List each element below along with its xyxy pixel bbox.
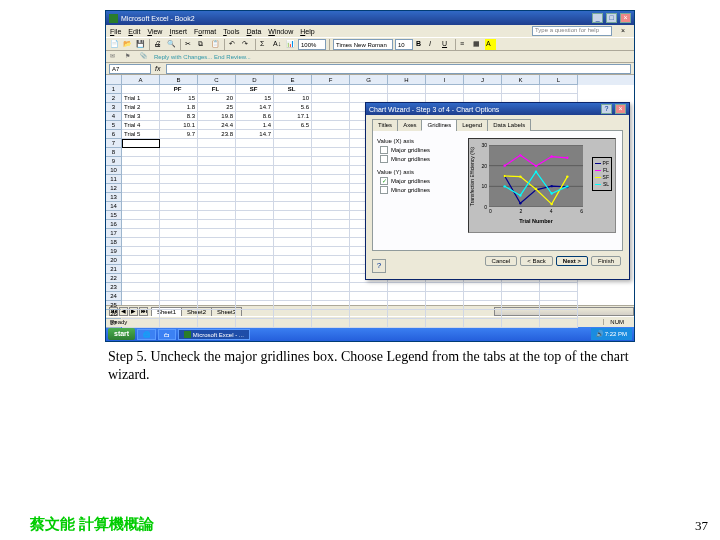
row-header-3[interactable]: 3 <box>106 103 121 112</box>
cell[interactable] <box>236 274 274 283</box>
col-header-H[interactable]: H <box>388 75 426 85</box>
row-header-26[interactable]: 26 <box>106 310 121 319</box>
cell[interactable] <box>464 85 502 94</box>
cell[interactable] <box>160 202 198 211</box>
cell[interactable] <box>312 229 350 238</box>
sum-icon[interactable]: Σ <box>259 39 270 50</box>
wizard-back-button[interactable]: < Back <box>520 256 553 266</box>
cell[interactable] <box>236 175 274 184</box>
cell[interactable] <box>540 85 578 94</box>
wizard-help-icon[interactable]: ? <box>372 259 386 273</box>
row-header-17[interactable]: 17 <box>106 229 121 238</box>
cell[interactable] <box>198 301 236 310</box>
cell[interactable] <box>198 247 236 256</box>
cell[interactable] <box>502 292 540 301</box>
menu-format[interactable]: Format <box>194 28 216 35</box>
cell[interactable]: 24.4 <box>198 121 236 130</box>
row-header-2[interactable]: 2 <box>106 94 121 103</box>
cell[interactable]: 8.3 <box>160 112 198 121</box>
minimize-button[interactable]: _ <box>592 13 603 23</box>
cell[interactable] <box>312 292 350 301</box>
row-header-8[interactable]: 8 <box>106 148 121 157</box>
cell[interactable] <box>312 247 350 256</box>
cell[interactable] <box>312 193 350 202</box>
cell[interactable]: 25 <box>198 103 236 112</box>
cell[interactable] <box>274 184 312 193</box>
underline-icon[interactable]: U <box>441 39 452 50</box>
cell[interactable]: 1.8 <box>160 103 198 112</box>
cell[interactable] <box>312 184 350 193</box>
close-button[interactable]: × <box>620 13 631 23</box>
cell[interactable] <box>198 265 236 274</box>
cell[interactable] <box>160 238 198 247</box>
cell[interactable]: 20 <box>198 94 236 103</box>
col-header-J[interactable]: J <box>464 75 502 85</box>
col-header-F[interactable]: F <box>312 75 350 85</box>
wizard-help-button[interactable]: ? <box>601 104 612 114</box>
cell[interactable] <box>198 202 236 211</box>
row-header-23[interactable]: 23 <box>106 283 121 292</box>
cell[interactable] <box>236 139 274 148</box>
menu-tools[interactable]: Tools <box>223 28 239 35</box>
preview-icon[interactable]: 🔍 <box>166 39 177 50</box>
cell[interactable] <box>540 301 578 310</box>
select-all-corner[interactable] <box>106 75 121 85</box>
cell[interactable] <box>312 238 350 247</box>
wizard-tab-axes[interactable]: Axes <box>397 119 422 131</box>
cell[interactable] <box>312 202 350 211</box>
row-header-5[interactable]: 5 <box>106 121 121 130</box>
cell[interactable]: FL <box>198 85 236 94</box>
print-icon[interactable]: 🖨 <box>153 39 164 50</box>
cell[interactable] <box>160 256 198 265</box>
cell[interactable] <box>160 319 198 328</box>
menu-edit[interactable]: Edit <box>128 28 140 35</box>
col-header-C[interactable]: C <box>198 75 236 85</box>
cell[interactable] <box>502 319 540 328</box>
cell[interactable] <box>122 175 160 184</box>
cell[interactable] <box>198 220 236 229</box>
cell[interactable] <box>236 193 274 202</box>
cell[interactable] <box>502 310 540 319</box>
formula-input[interactable] <box>166 64 631 74</box>
cell[interactable] <box>122 148 160 157</box>
cell[interactable] <box>122 85 160 94</box>
cell[interactable]: 15 <box>236 94 274 103</box>
cell[interactable] <box>312 319 350 328</box>
cell[interactable] <box>464 283 502 292</box>
cell[interactable] <box>160 247 198 256</box>
cell[interactable] <box>198 175 236 184</box>
cell[interactable] <box>312 148 350 157</box>
cell[interactable]: Trial 4 <box>122 121 160 130</box>
cell[interactable]: 14.7 <box>236 130 274 139</box>
italic-icon[interactable]: I <box>428 39 439 50</box>
cell[interactable] <box>122 274 160 283</box>
row-header-11[interactable]: 11 <box>106 175 121 184</box>
cell[interactable] <box>122 265 160 274</box>
cell[interactable] <box>198 274 236 283</box>
cell[interactable] <box>274 202 312 211</box>
cell[interactable] <box>122 256 160 265</box>
cell[interactable] <box>426 283 464 292</box>
cell[interactable] <box>122 184 160 193</box>
cell[interactable]: Trial 2 <box>122 103 160 112</box>
cell[interactable] <box>160 139 198 148</box>
cell[interactable] <box>312 94 350 103</box>
cell[interactable] <box>426 301 464 310</box>
col-header-B[interactable]: B <box>160 75 198 85</box>
cell[interactable] <box>274 238 312 247</box>
cell[interactable] <box>122 247 160 256</box>
cell[interactable] <box>198 211 236 220</box>
cell[interactable] <box>160 157 198 166</box>
cell[interactable] <box>122 211 160 220</box>
font-size-box[interactable]: 10 <box>395 39 413 50</box>
redo-icon[interactable]: ↷ <box>241 39 252 50</box>
cell[interactable] <box>122 202 160 211</box>
cell[interactable] <box>350 319 388 328</box>
cell[interactable] <box>160 148 198 157</box>
cell[interactable] <box>198 310 236 319</box>
cell[interactable] <box>274 166 312 175</box>
cell[interactable] <box>160 283 198 292</box>
col-header-L[interactable]: L <box>540 75 578 85</box>
cell[interactable]: Trial 3 <box>122 112 160 121</box>
cell[interactable] <box>160 184 198 193</box>
